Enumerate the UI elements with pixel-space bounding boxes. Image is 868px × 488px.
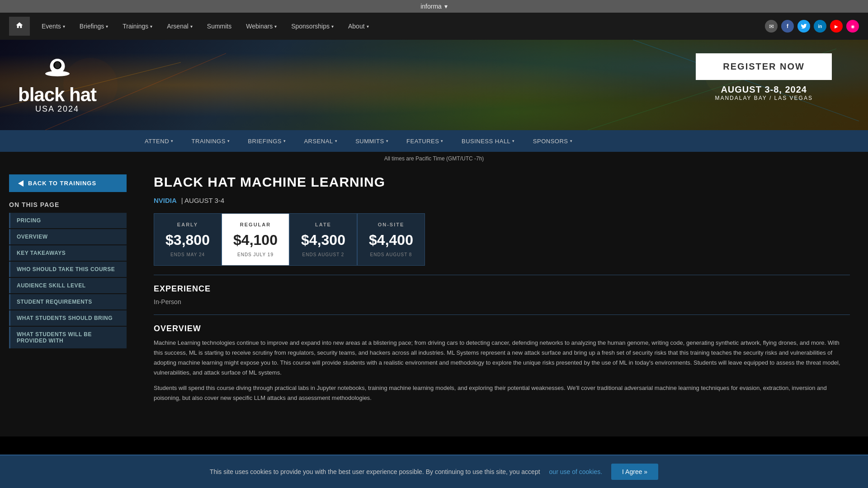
- experience-value: In-Person: [154, 298, 850, 305]
- informa-dropdown-icon[interactable]: ▾: [444, 3, 448, 10]
- price-card-late: LATE $4,300 ENDS AUGUST 2: [289, 213, 357, 266]
- price-ends-regular: ENDS JULY 19: [233, 252, 278, 257]
- nav-webinars[interactable]: Webinars ▾: [239, 13, 284, 40]
- provider-link[interactable]: NVIDIA: [154, 197, 177, 204]
- sidebar-link-audience-skill[interactable]: AUDIENCE SKILL LEVEL: [9, 278, 127, 293]
- back-play-icon: [18, 180, 24, 187]
- youtube-icon[interactable]: ▶: [830, 20, 843, 33]
- main-content: BLACK HAT MACHINE LEARNING NVIDIA | AUGU…: [136, 165, 868, 436]
- overview-paragraph-1: Machine Learning technologies continue t…: [154, 338, 850, 378]
- price-tier-early: EARLY: [165, 222, 210, 227]
- sidebar-link-pricing[interactable]: PRICING: [9, 213, 127, 228]
- provider-line: NVIDIA | AUGUST 3-4: [154, 197, 850, 204]
- nav-summits[interactable]: Summits: [200, 13, 239, 40]
- timezone-bar: All times are Pacific Time (GMT/UTC -7h): [0, 152, 868, 165]
- secondary-nav: ATTEND ▾ TRAININGS ▾ BRIEFINGS ▾ ARSENAL…: [0, 130, 868, 152]
- top-nav: Events ▾ Briefings ▾ Trainings ▾ Arsenal…: [0, 13, 868, 40]
- linkedin-icon[interactable]: in: [814, 20, 826, 33]
- register-now-button[interactable]: REGISTER NOW: [696, 53, 832, 80]
- sidebar-link-key-takeaways[interactable]: KEY TAKEAWAYS: [9, 245, 127, 261]
- price-amount-late: $4,300: [301, 232, 346, 249]
- back-to-trainings-button[interactable]: BACK TO TRAININGS: [9, 174, 127, 192]
- price-amount-early: $3,800: [165, 232, 210, 249]
- sec-nav-briefings[interactable]: BRIEFINGS ▾: [239, 130, 295, 152]
- price-card-onsite: ON-SITE $4,400 ENDS AUGUST 8: [357, 213, 425, 266]
- overview-label: OVERVIEW: [154, 324, 850, 333]
- price-ends-early: ENDS MAY 24: [165, 252, 210, 257]
- nav-sponsorships[interactable]: Sponsorships ▾: [284, 13, 341, 40]
- divider-2: [154, 314, 850, 315]
- price-card-regular: REGULAR $4,100 ENDS JULY 19: [222, 213, 289, 266]
- home-button[interactable]: [9, 17, 30, 36]
- overview-paragraph-2: Students will spend this course diving t…: [154, 383, 850, 403]
- sec-nav-sponsors[interactable]: SPONSORS ▾: [524, 130, 581, 152]
- content-wrapper: BACK TO TRAININGS ON THIS PAGE PRICING O…: [0, 165, 868, 436]
- price-tier-onsite: ON-SITE: [368, 222, 414, 227]
- price-amount-onsite: $4,400: [368, 232, 414, 249]
- hat-logo-icon: [44, 56, 71, 83]
- event-date-main: AUGUST 3-8, 2024: [696, 84, 832, 95]
- sec-nav-business-hall[interactable]: BUSINESS HALL ▾: [453, 130, 524, 152]
- logo-edition: USA 2024: [35, 104, 79, 114]
- sidebar-link-who-should[interactable]: WHO SHOULD TAKE THIS COURSE: [9, 262, 127, 277]
- sidebar-link-what-provided[interactable]: WHAT STUDENTS WILL BE PROVIDED WITH: [9, 327, 127, 348]
- sec-nav-arsenal[interactable]: ARSENAL ▾: [295, 130, 346, 152]
- on-this-page-label: ON THIS PAGE: [9, 201, 127, 208]
- register-area: REGISTER NOW AUGUST 3-8, 2024 MANDALAY B…: [696, 53, 832, 101]
- price-card-early: EARLY $3,800 ENDS MAY 24: [154, 213, 222, 266]
- course-title: BLACK HAT MACHINE LEARNING: [154, 174, 850, 190]
- sec-nav-features[interactable]: FEATURES ▾: [397, 130, 453, 152]
- sidebar-link-overview[interactable]: OVERVIEW: [9, 229, 127, 244]
- nav-events[interactable]: Events ▾: [34, 13, 72, 40]
- svg-point-9: [55, 62, 60, 69]
- informa-label[interactable]: informa: [420, 3, 442, 10]
- nav-arsenal[interactable]: Arsenal ▾: [160, 13, 199, 40]
- timezone-text: All times are Pacific Time (GMT/UTC -7h): [384, 155, 484, 162]
- price-ends-onsite: ENDS AUGUST 8: [368, 252, 414, 257]
- nav-briefings[interactable]: Briefings ▾: [72, 13, 115, 40]
- event-location: MANDALAY BAY / LAS VEGAS: [696, 95, 832, 101]
- flickr-icon[interactable]: ◉: [846, 20, 859, 33]
- course-date-range: | AUGUST 3-4: [181, 197, 224, 204]
- price-tier-regular: REGULAR: [233, 222, 278, 227]
- pricing-cards: EARLY $3,800 ENDS MAY 24 REGULAR $4,100 …: [154, 213, 850, 266]
- mail-icon[interactable]: ✉: [765, 20, 778, 33]
- social-icons: ✉ f in ▶ ◉: [765, 20, 859, 33]
- sidebar: BACK TO TRAININGS ON THIS PAGE PRICING O…: [0, 165, 136, 436]
- nav-trainings[interactable]: Trainings ▾: [115, 13, 160, 40]
- hero-banner: black hat USA 2024 REGISTER NOW AUGUST 3…: [0, 40, 868, 130]
- cookie-banner: This site uses cookies to provide you wi…: [0, 455, 868, 488]
- informa-bar: informa ▾: [0, 0, 868, 13]
- price-ends-late: ENDS AUGUST 2: [301, 252, 346, 257]
- cookie-agree-button[interactable]: I Agree »: [611, 464, 658, 480]
- divider-1: [154, 275, 850, 275]
- experience-label: EXPERIENCE: [154, 284, 850, 294]
- sec-nav-attend[interactable]: ATTEND ▾: [136, 130, 183, 152]
- sec-nav-trainings[interactable]: TRAININGS ▾: [183, 130, 239, 152]
- nav-about[interactable]: About ▾: [341, 13, 376, 40]
- logo-area: black hat USA 2024: [18, 56, 96, 114]
- cookie-message: This site uses cookies to provide you wi…: [210, 468, 540, 475]
- logo-brand: black hat: [18, 85, 96, 104]
- price-amount-regular: $4,100: [233, 232, 278, 249]
- twitter-icon[interactable]: [797, 20, 810, 33]
- sidebar-link-student-requirements[interactable]: STUDENT REQUIREMENTS: [9, 294, 127, 310]
- facebook-icon[interactable]: f: [781, 20, 794, 33]
- price-tier-late: LATE: [301, 222, 346, 227]
- sec-nav-summits[interactable]: SUMMITS ▾: [346, 130, 397, 152]
- cookie-link[interactable]: our use of cookies.: [549, 468, 603, 475]
- svg-point-7: [45, 71, 70, 76]
- sidebar-link-what-bring[interactable]: WHAT STUDENTS SHOULD BRING: [9, 310, 127, 326]
- event-date-info: AUGUST 3-8, 2024 MANDALAY BAY / LAS VEGA…: [696, 84, 832, 101]
